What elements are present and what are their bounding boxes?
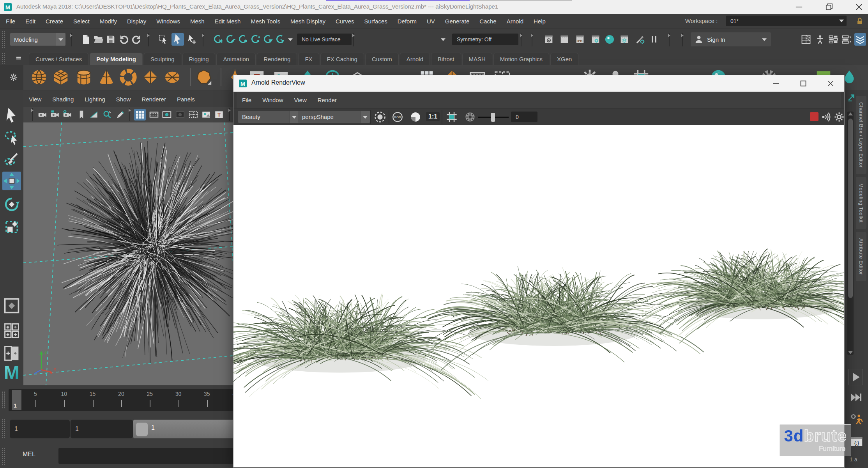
isolate-select-icon[interactable] [102,110,112,120]
paint-effects-settings-button[interactable] [635,34,645,45]
menu-set-dropdown-icon[interactable] [56,33,65,46]
menu-display[interactable]: Display [122,18,151,25]
shelf-tab-fx-caching[interactable]: FX Caching [320,53,364,65]
menu-file[interactable]: File [1,18,20,25]
exposure-slider[interactable] [478,117,509,118]
group-separator[interactable] [69,33,73,46]
menu-mesh-tools[interactable]: Mesh Tools [246,18,285,25]
renderview-titlebar[interactable]: M Arnold RenderView [233,75,844,92]
renderview-close-button[interactable] [823,78,838,89]
render-settings-button[interactable] [590,34,601,45]
layout-four-pane-button[interactable] [3,321,20,340]
menu-edit[interactable]: Edit [20,18,41,25]
menu-surfaces[interactable]: Surfaces [359,18,392,25]
statusline-grip[interactable] [2,31,6,48]
poly-torus-tool[interactable] [119,68,137,86]
menu-windows[interactable]: Windows [151,18,185,25]
play-forward-button[interactable] [848,369,863,385]
scroll-up-arrow[interactable] [848,112,853,115]
frame-tick-30[interactable]: 30 [171,391,186,397]
workspace-lock-icon[interactable] [855,16,864,26]
field-chart-icon[interactable] [188,110,198,120]
render-current-frame-button[interactable] [559,34,570,45]
dock-scrollbar[interactable] [847,112,854,355]
menu-edit-mesh[interactable]: Edit Mesh [210,18,246,25]
grid-toggle-icon[interactable] [134,109,146,121]
menu-deform[interactable]: Deform [392,18,422,25]
frame-tick-5[interactable]: 5 [28,391,43,397]
gate-mask-icon[interactable] [175,110,185,120]
maximize-button[interactable] [822,2,837,12]
shelf-tab-mash[interactable]: MASH [462,53,492,65]
texture-view-icon[interactable]: T [214,110,224,120]
symmetry-dropdown-icon[interactable] [440,36,447,43]
menu-select[interactable]: Select [68,18,95,25]
renderview-menu-view[interactable]: View [289,97,312,103]
redo-button[interactable] [131,34,142,45]
new-scene-button[interactable] [80,34,91,45]
menu-mesh-display[interactable]: Mesh Display [285,18,331,25]
aov-select[interactable]: Beauty [238,111,299,123]
aov-dropdown-icon[interactable] [289,111,299,123]
workspace-dropdown-icon[interactable] [838,17,845,24]
menu-modify[interactable]: Modify [95,18,122,25]
group-separator[interactable] [352,33,355,46]
shelf-tab-xgen[interactable]: XGen [550,53,578,65]
shelf-tab-fx[interactable]: FX [298,53,319,65]
snap-view-plane-button[interactable] [263,34,274,45]
render-layers-button[interactable] [619,34,630,45]
shelf-editor-gear-icon[interactable] [9,73,18,82]
renderview-menu-window[interactable]: Window [257,97,288,103]
show-grid-panel-icon[interactable] [801,34,811,45]
range-end-field[interactable]: 1 [71,420,133,438]
range-slider-handle[interactable] [136,422,148,436]
select-object-button[interactable] [171,33,184,46]
exposure-slider-handle[interactable] [491,113,495,122]
poly-cone-tool[interactable] [97,68,115,86]
background-toggle-icon[interactable] [410,111,421,123]
undo-button[interactable] [118,34,129,45]
command-grip[interactable] [2,448,6,465]
renderview-minimize-button[interactable] [768,78,784,89]
notification-sound-icon[interactable] [821,112,832,122]
camera-dropdown-icon[interactable] [360,111,370,123]
exposure-icon[interactable] [464,111,476,123]
sign-in-button[interactable]: Sign In [691,32,771,46]
shelf-tab-curves-surfaces[interactable]: Curves / Surfaces [29,53,88,65]
resolution-gate-icon[interactable] [162,110,172,120]
render-view-button[interactable] [543,34,554,45]
snap-curve-button[interactable] [225,34,236,45]
poly-disc-tool[interactable] [163,68,181,86]
command-line-mode-label[interactable]: MEL [23,451,35,458]
frame-tick-15[interactable]: 15 [85,391,101,397]
camera-attributes-icon[interactable] [62,110,72,120]
minimize-button[interactable] [791,2,807,12]
paint-brush-icon[interactable] [115,110,126,120]
rgb-channels-icon[interactable]: RGB [392,111,403,123]
timeline-grip[interactable] [2,391,6,409]
lock-camera-icon[interactable] [50,110,60,120]
start-render-icon[interactable] [374,111,386,123]
platonic-solid-tool[interactable] [195,68,213,86]
sign-in-dropdown-icon[interactable] [761,36,768,43]
group-separator[interactable] [681,33,684,46]
symmetry-field[interactable]: Symmetry: Off [452,34,518,45]
viewport-menu-show[interactable]: Show [111,96,136,103]
group-separator[interactable] [30,108,34,121]
toon-shader-button[interactable] [604,34,615,45]
menu-create[interactable]: Create [41,18,68,25]
lasso-select-tool[interactable] [4,129,19,146]
pause-viewport-button[interactable] [649,34,659,45]
close-button[interactable] [851,2,867,12]
zoom-ratio-button[interactable]: 1:1 [426,112,440,121]
menu-uv[interactable]: UV [422,18,440,25]
renderview-settings-gear-icon[interactable] [834,112,845,122]
menu-arnold[interactable]: Arnold [502,18,529,25]
save-scene-button[interactable] [105,34,116,45]
film-gate-icon[interactable] [149,110,159,120]
character-controls-icon[interactable] [815,34,826,45]
menu-generate[interactable]: Generate [440,18,475,25]
group-separator[interactable] [128,108,132,121]
live-surface-field[interactable]: No Live Surface [297,34,352,45]
shelf-tab-poly-modeling[interactable]: Poly Modeling [90,53,143,65]
